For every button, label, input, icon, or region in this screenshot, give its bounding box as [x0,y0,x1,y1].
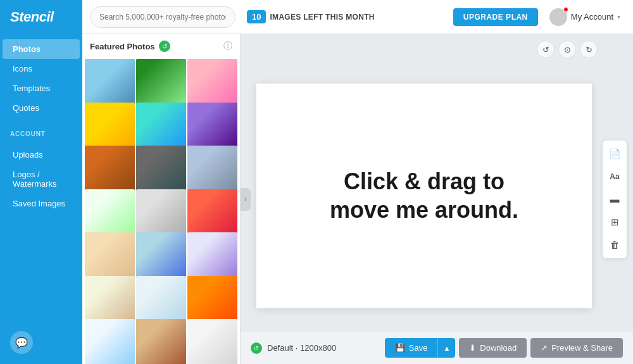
sidebar-item-logos-watermarks[interactable]: Logos / Watermarks [3,165,80,194]
logo-area: Stencil [0,0,82,34]
account-menu[interactable]: My Account ▾ [544,6,625,28]
photo-thumb[interactable] [136,276,186,326]
photo-thumb[interactable] [85,189,135,239]
page-icon: 📄 [609,148,621,160]
photo-thumb[interactable] [136,103,186,153]
notification-dot [563,7,568,12]
photo-thumb[interactable] [85,319,135,364]
photo-thumb[interactable] [187,146,237,196]
photo-grid [82,56,240,364]
preview-share-button[interactable]: ↗ Preview & Share [530,338,623,358]
layout-tool-button[interactable]: ▬ [605,190,624,209]
nav-section: Photos Icons Templates Quotes [0,34,82,123]
trash-icon: 🗑 [610,239,620,250]
grid-icon: ⊞ [611,217,619,228]
photo-thumb[interactable] [187,319,237,364]
featured-photos-title: Featured Photos [90,42,155,51]
photo-thumb[interactable] [136,189,186,239]
photo-thumb[interactable] [136,59,186,109]
main-content: 10 IMAGES LEFT THIS MONTH UPGRADE PLAN M… [82,0,633,364]
photo-thumb[interactable] [187,276,237,326]
download-button[interactable]: ⬇ Download [459,338,527,358]
side-toolbar: 📄 Aa ▬ ⊞ 🗑 [603,141,627,258]
collapse-panel-button[interactable]: › [241,188,251,211]
account-label: My Account [571,12,613,22]
app-logo: Stencil [10,9,54,25]
text-icon: Aa [610,172,619,181]
info-icon[interactable]: ⓘ [223,41,232,52]
save-button[interactable]: 💾 Save [385,338,438,358]
account-nav-section: Uploads Logos / Watermarks Saved Images [0,140,82,218]
sidebar-item-quotes[interactable]: Quotes [3,98,80,118]
canvas-toolbar: ↺ ⊙ ↻ [537,41,598,58]
photo-thumb[interactable] [85,59,135,109]
photo-thumb[interactable] [187,59,237,109]
images-left-badge: 10 IMAGES LEFT THIS MONTH [247,10,375,23]
upgrade-plan-button[interactable]: UPGRADE PLAN [453,8,538,26]
images-count: 10 [247,10,266,23]
undo-button[interactable]: ↺ [537,41,555,58]
preset-label: Default · 1200x800 [267,343,336,353]
account-section-label: ACCOUNT [0,123,82,140]
page-tool-button[interactable]: 📄 [605,144,624,163]
photo-thumb[interactable] [187,189,237,239]
images-left-label: IMAGES LEFT THIS MONTH [270,13,374,22]
chevron-left-icon: › [244,196,246,203]
photo-thumb[interactable] [85,103,135,153]
download-icon: ⬇ [469,343,476,353]
sidebar-item-templates[interactable]: Templates [3,78,80,98]
grid-tool-button[interactable]: ⊞ [605,213,624,232]
history-button[interactable]: ⊙ [558,41,576,58]
photo-thumb[interactable] [85,276,135,326]
save-dropdown-button[interactable]: ▲ [437,338,455,358]
canvas-wrapper: Click & drag to move me around. [241,34,633,332]
chat-button[interactable]: 💬 [10,331,33,354]
history-icon: ⊙ [564,45,571,54]
chat-icon: 💬 [15,337,28,349]
content-area: Featured Photos ↺ ⓘ › ↺ ⊙ [82,34,633,364]
sidebar-item-photos[interactable]: Photos [3,39,80,59]
sidebar-item-icons[interactable]: Icons [3,59,80,78]
refresh-icon[interactable]: ↺ [159,41,170,52]
redo-icon: ↻ [586,45,592,54]
delete-button[interactable]: 🗑 [605,235,624,254]
sidebar-item-uploads[interactable]: Uploads [3,145,80,165]
photo-panel: Featured Photos ↺ ⓘ [82,34,241,364]
undo-icon: ↺ [542,45,549,54]
search-input[interactable] [90,6,235,28]
redo-button[interactable]: ↻ [580,41,598,58]
photo-thumb[interactable] [136,232,186,282]
bottom-actions: 💾 Save ▲ ⬇ Download ↗ Preview & Share [385,338,623,358]
photo-thumb[interactable] [187,103,237,153]
photo-thumb[interactable] [136,146,186,196]
canvas-placeholder-text: Click & drag to move me around. [330,167,518,224]
layout-icon: ▬ [610,194,620,204]
photo-thumb[interactable] [187,232,237,282]
photo-thumb[interactable] [85,146,135,196]
preset-refresh-icon[interactable]: ↺ [251,342,262,354]
design-canvas[interactable]: Click & drag to move me around. [256,84,592,308]
dropdown-arrow-icon: ▲ [443,344,450,352]
chevron-down-icon: ▾ [617,13,620,20]
text-tool-button[interactable]: Aa [605,167,624,186]
topbar: 10 IMAGES LEFT THIS MONTH UPGRADE PLAN M… [82,0,633,34]
save-group: 💾 Save ▲ [385,338,456,358]
avatar [549,8,567,26]
canvas-area: › ↺ ⊙ ↻ Click & drag to move [241,34,633,364]
photo-thumb[interactable] [136,319,186,364]
panel-header: Featured Photos ↺ ⓘ [82,34,240,56]
sidebar: Stencil Photos Icons Templates Quotes AC… [0,0,82,364]
share-icon: ↗ [541,343,548,353]
photo-thumb[interactable] [85,232,135,282]
sidebar-bottom: 💬 [0,321,82,364]
preset-info: ↺ Default · 1200x800 [251,342,336,354]
save-icon: 💾 [395,343,405,353]
sidebar-item-saved-images[interactable]: Saved Images [3,194,80,213]
bottom-bar: ↺ Default · 1200x800 💾 Save ▲ [241,332,633,364]
